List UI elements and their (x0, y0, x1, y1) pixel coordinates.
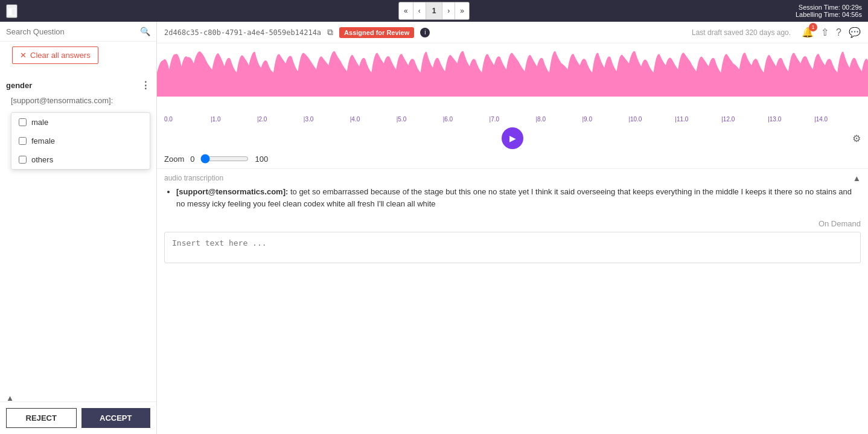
more-options-button[interactable]: ⋮ (141, 80, 150, 91)
search-box: 🔍 (0, 22, 156, 42)
transcript-item: [support@tensormatics.com]: to get so em… (176, 186, 861, 209)
question-value: [support@tensormatics.com]: (6, 96, 150, 105)
ondemand-label: On Demand (164, 219, 861, 228)
transcript-label: audio transcription (164, 174, 861, 182)
messages-button[interactable]: 💬 (849, 27, 861, 38)
transcript-text: [support@tensormatics.com]: to get so em… (164, 186, 861, 209)
review-badge: Assigned for Review (339, 27, 414, 38)
time-14: |14.0 (814, 116, 861, 123)
draft-saved: Last draft saved 320 days ago. (692, 28, 791, 37)
playback-row: ▶ ⚙ (157, 125, 868, 152)
search-icon[interactable]: 🔍 (140, 27, 150, 36)
checkbox-female[interactable] (19, 137, 27, 145)
header-icons: 🔔 1 ⇧ ? 💬 (802, 27, 861, 38)
zoom-label: Zoom (164, 155, 184, 164)
time-11: |11.0 (675, 116, 721, 123)
collapse-sidebar-button[interactable]: ▲ (6, 394, 14, 403)
labelling-time: Labelling Time: 04:56s (796, 11, 862, 18)
search-input[interactable] (6, 27, 140, 36)
option-others[interactable]: others (11, 150, 150, 169)
checkbox-male[interactable] (19, 118, 27, 126)
zoom-slider[interactable] (200, 154, 249, 164)
time-0: 0.0 (164, 116, 211, 123)
time-1: |1.0 (211, 116, 257, 123)
prev-page-button[interactable]: ‹ (413, 2, 426, 19)
logo-button[interactable]: ◧ (6, 4, 18, 18)
play-button[interactable]: ▶ (502, 127, 523, 149)
reject-button[interactable]: REJECT (6, 408, 77, 428)
zoom-min: 0 (190, 155, 194, 164)
audio-settings-button[interactable]: ⚙ (852, 133, 861, 144)
waveform-container[interactable]: // We'll just draw with CSS/SVG rects as… (157, 43, 868, 116)
x-icon: ✕ (20, 51, 27, 60)
help-button[interactable]: ? (836, 27, 841, 38)
navigation-controls: « ‹ 1 › » (398, 2, 470, 20)
sidebar-bottom: ▲ REJECT ACCEPT (0, 401, 156, 434)
collapse-transcript-button[interactable]: ▲ (853, 174, 861, 183)
time-3: |3.0 (304, 116, 350, 123)
sidebar: 🔍 ✕ Clear all answers gender ⋮ [support@… (0, 22, 157, 434)
option-male[interactable]: male (11, 113, 150, 132)
top-bar: ◧ « ‹ 1 › » Session Time: 00:29s Labelli… (0, 0, 868, 22)
text-input-area[interactable] (164, 232, 861, 263)
question-section: gender ⋮ [support@tensormatics.com]: mal… (0, 74, 156, 401)
session-info: Session Time: 00:29s Labelling Time: 04:… (796, 4, 862, 18)
time-10: |10.0 (628, 116, 675, 123)
time-markers-row: // rendered below via static HTML 0.0 |1… (157, 116, 868, 125)
clear-section: ✕ Clear all answers (0, 42, 156, 74)
zoom-max: 100 (255, 155, 268, 164)
zoom-row: Zoom 0 100 (157, 152, 868, 168)
time-4: |4.0 (350, 116, 397, 123)
info-icon[interactable]: i (420, 28, 430, 37)
time-6: |6.0 (443, 116, 490, 123)
next-page-button[interactable]: › (442, 2, 455, 19)
question-label: gender ⋮ (6, 80, 150, 91)
time-7: |7.0 (490, 116, 536, 123)
share-button[interactable]: ⇧ (821, 27, 829, 38)
main-layout: 🔍 ✕ Clear all answers gender ⋮ [support@… (0, 22, 868, 434)
last-page-button[interactable]: » (455, 2, 469, 19)
transcript-speaker: [support@tensormatics.com]: (176, 187, 288, 196)
time-5: |5.0 (397, 116, 443, 123)
content-header: 2d468c35-c80b-4791-a4e4-5059eb14214a ⧉ A… (157, 22, 868, 43)
waveform-svg: // We'll just draw with CSS/SVG rects as… (157, 48, 868, 97)
task-id: 2d468c35-c80b-4791-a4e4-5059eb14214a (164, 28, 321, 37)
time-13: |13.0 (768, 116, 814, 123)
content-area: 2d468c35-c80b-4791-a4e4-5059eb14214a ⧉ A… (157, 22, 868, 434)
logo-icon: ◧ (7, 6, 16, 16)
clear-answers-button[interactable]: ✕ Clear all answers (12, 46, 98, 64)
checkbox-others[interactable] (19, 156, 27, 164)
time-12: |12.0 (721, 116, 768, 123)
option-female[interactable]: female (11, 132, 150, 150)
first-page-button[interactable]: « (399, 2, 413, 19)
copy-icon[interactable]: ⧉ (327, 27, 333, 37)
gender-dropdown: male female others (11, 112, 150, 170)
time-9: |9.0 (582, 116, 628, 123)
time-8: |8.0 (536, 116, 582, 123)
time-2: |2.0 (257, 116, 304, 123)
current-page-button[interactable]: 1 (426, 2, 443, 19)
notifications-button[interactable]: 🔔 1 (802, 27, 814, 38)
notification-count: 1 (809, 23, 817, 31)
transcript-section: ▲ audio transcription [support@tensormat… (157, 168, 868, 214)
accept-button[interactable]: ACCEPT (81, 408, 151, 428)
session-time: Session Time: 00:29s (796, 4, 862, 11)
ondemand-section: On Demand (157, 214, 868, 270)
